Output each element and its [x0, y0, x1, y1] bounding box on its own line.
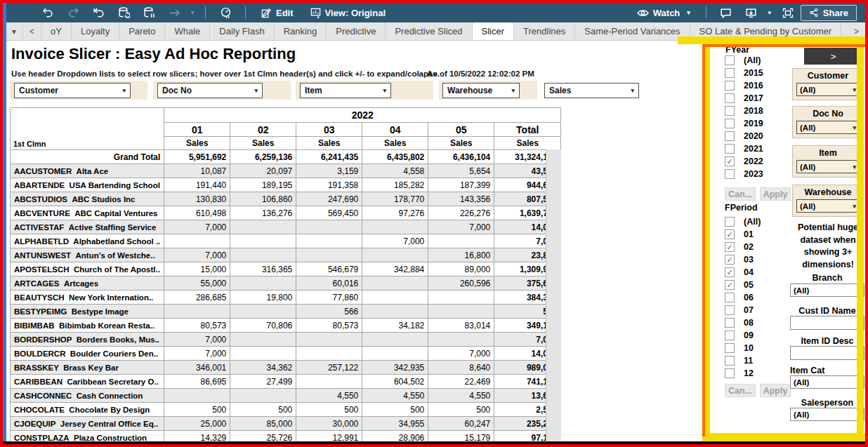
value-cell[interactable]: 15,000: [164, 262, 230, 276]
row-label[interactable]: CJOEQUIP Jersey Central Office Eq..: [11, 417, 164, 431]
fperiod-option-04[interactable]: ✓04: [725, 266, 791, 279]
fyear-option-all[interactable]: (All): [725, 54, 791, 67]
fperiod-option-08[interactable]: 08: [725, 316, 791, 329]
value-cell[interactable]: 16,800: [428, 248, 494, 262]
row-label[interactable]: APOSTELSCH Church of The Apostl..: [11, 262, 164, 276]
value-cell[interactable]: 70,806: [230, 319, 296, 333]
value-cell[interactable]: 55,000: [164, 276, 230, 291]
value-cell[interactable]: 7,000: [428, 220, 494, 234]
fperiod-cancel-button[interactable]: Can...: [725, 384, 756, 397]
checkbox-unchecked[interactable]: [725, 81, 735, 91]
quick-filter-dropdown-customer[interactable]: (All)▾: [796, 83, 860, 96]
value-cell[interactable]: [362, 276, 428, 291]
tab-loyalty[interactable]: Loyalty: [72, 22, 119, 40]
grand-total-cell[interactable]: 6,436,104: [428, 150, 494, 164]
column-header-05[interactable]: 05: [428, 123, 494, 137]
fperiod-option-all[interactable]: (All): [725, 215, 791, 228]
value-cell[interactable]: 346,001: [164, 361, 230, 375]
fperiod-option-11[interactable]: 11: [725, 354, 791, 367]
value-cell[interactable]: 15,179: [428, 431, 494, 445]
value-cell[interactable]: 12,991: [296, 431, 362, 445]
checkbox-unchecked[interactable]: [725, 93, 735, 103]
value-cell[interactable]: 25,726: [230, 431, 296, 445]
value-cell[interactable]: [230, 276, 296, 291]
value-cell[interactable]: [296, 347, 362, 361]
grand-total-cell[interactable]: 5,951,692: [164, 150, 230, 164]
value-cell[interactable]: 610,498: [164, 206, 230, 220]
table-row[interactable]: BORDERSHOP Borders Books, Mus..7,0007,00…: [11, 333, 561, 347]
tab-daily-flash[interactable]: Daily Flash: [210, 22, 274, 40]
fyear-option-2019[interactable]: 2019: [725, 117, 791, 130]
table-row[interactable]: CONSTPLAZA Plaza Construction14,32925,72…: [11, 431, 561, 445]
value-cell[interactable]: 28,906: [362, 431, 428, 445]
value-cell[interactable]: 97,276: [362, 206, 428, 220]
grand-total-row[interactable]: Grand Total5,951,6926,259,1366,241,4356,…: [11, 150, 561, 164]
checkbox-unchecked[interactable]: [725, 356, 735, 366]
value-cell[interactable]: 85,000: [230, 417, 296, 431]
value-cell[interactable]: [296, 220, 362, 234]
table-row[interactable]: CASHCONNEC Cash Connection4,5504,5504,55…: [11, 389, 561, 403]
fyear-option-2020[interactable]: 2020: [725, 130, 791, 142]
value-cell[interactable]: [428, 234, 494, 248]
value-cell[interactable]: 189,195: [230, 178, 296, 192]
row-label[interactable]: ABCSTUDIOS ABC Studios Inc: [11, 192, 164, 206]
watch-button[interactable]: Watch ▾: [637, 8, 690, 18]
value-cell[interactable]: 257,122: [296, 361, 362, 375]
value-cell[interactable]: 286,685: [164, 291, 230, 305]
table-row[interactable]: ACTIVESTAF Active Staffing Service7,0007…: [11, 220, 561, 234]
value-cell[interactable]: 604,502: [362, 375, 428, 389]
value-cell[interactable]: 3,159: [296, 164, 362, 178]
value-cell[interactable]: 260,596: [428, 276, 494, 291]
checkbox-checked[interactable]: ✓: [725, 156, 735, 166]
value-cell[interactable]: 27,499: [230, 375, 296, 389]
fperiod-option-01[interactable]: ✓01: [725, 228, 791, 241]
column-header-01[interactable]: 01: [164, 123, 230, 137]
fperiod-option-03[interactable]: ✓03: [725, 253, 791, 266]
row-label[interactable]: CONSTPLAZA Plaza Construction: [11, 431, 164, 445]
row-label[interactable]: BIBIMBAB Bibimbab Korean Resta..: [11, 319, 164, 333]
checkbox-checked[interactable]: ✓: [725, 280, 735, 290]
checkbox-unchecked[interactable]: [725, 144, 735, 154]
value-cell[interactable]: [230, 333, 296, 347]
value-cell[interactable]: 546,679: [296, 262, 362, 276]
fperiod-option-06[interactable]: 06: [725, 291, 791, 304]
revert-icon[interactable]: [86, 4, 111, 21]
fyear-option-2015[interactable]: 2015: [725, 67, 791, 79]
row-label[interactable]: ALPHABETLD Alphabetland School ..: [11, 234, 164, 248]
table-row[interactable]: CHOCOLATE Chocolate By Design50050050050…: [11, 403, 561, 417]
slicer-dropdown-item[interactable]: Item▾: [300, 83, 391, 98]
value-cell[interactable]: 191,358: [296, 178, 362, 192]
row-label[interactable]: ACTIVESTAF Active Staffing Service: [11, 220, 164, 234]
checkbox-unchecked[interactable]: [725, 169, 735, 179]
value-cell[interactable]: 7,000: [164, 220, 230, 234]
redo-icon[interactable]: [60, 4, 86, 21]
fperiod-apply-button[interactable]: Apply: [760, 384, 791, 397]
value-cell[interactable]: [296, 375, 362, 389]
checkbox-checked[interactable]: ✓: [725, 255, 735, 265]
tab-list-caret-icon[interactable]: ▾: [6, 22, 23, 40]
row-label[interactable]: CARIBBEAN Caribbean Secretary O..: [11, 375, 164, 389]
value-cell[interactable]: [230, 347, 296, 361]
checkbox-unchecked[interactable]: [725, 318, 735, 328]
value-cell[interactable]: 342,935: [362, 361, 428, 375]
value-cell[interactable]: 19,800: [230, 291, 296, 305]
tab-whale[interactable]: Whale: [165, 22, 210, 40]
value-cell[interactable]: 86,695: [164, 375, 230, 389]
year-header[interactable]: 2022: [164, 108, 561, 123]
table-row[interactable]: BEAUTYSCH New York Internation..286,6851…: [11, 291, 561, 305]
value-cell[interactable]: 500: [230, 403, 296, 417]
vertical-scrollbar[interactable]: [546, 149, 561, 441]
value-cell[interactable]: 34,182: [362, 319, 428, 333]
fyear-apply-button[interactable]: Apply: [760, 187, 791, 201]
value-cell[interactable]: 4,550: [362, 389, 428, 403]
row-label[interactable]: CHOCOLATE Chocolate By Design: [11, 403, 164, 417]
value-cell[interactable]: [164, 389, 230, 403]
value-cell[interactable]: 80,573: [164, 319, 230, 333]
tab-so-pending[interactable]: SO Pending &: [841, 22, 848, 40]
value-cell[interactable]: 25,000: [164, 417, 230, 431]
checkbox-unchecked[interactable]: [725, 217, 735, 227]
value-cell[interactable]: 30,000: [296, 417, 362, 431]
checkbox-checked[interactable]: ✓: [725, 242, 735, 252]
value-cell[interactable]: [230, 234, 296, 248]
table-row[interactable]: ARTCAGES Artcages55,00060,016260,596375,…: [11, 276, 561, 291]
